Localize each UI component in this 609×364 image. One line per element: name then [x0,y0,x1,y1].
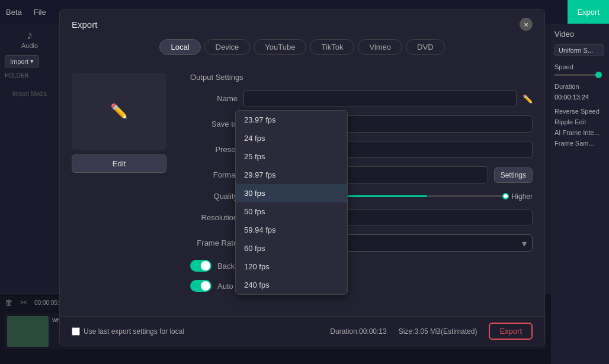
quality-thumb [502,193,509,199]
fps-option-60[interactable]: 60 fps [236,239,347,257]
last-settings-checkbox[interactable] [72,327,80,336]
modal-title-bar: Export × [60,9,544,39]
backup-toggle-thumb [201,261,210,270]
speed-thumb [595,72,602,78]
save-to-label: Save to [190,120,238,128]
tab-device[interactable]: Device [204,39,251,55]
size-info: Size:3.05 MB(Estimated) [399,327,477,336]
modal-bottom: Use last export settings for local Durat… [60,316,544,346]
tab-youtube[interactable]: YouTube [254,39,306,55]
name-row: Name ✏️ [190,90,533,107]
file-label: File [34,8,46,17]
audio-area: ♪ Audio [5,28,55,49]
modal-tabs: Local Device YouTube TikTok Vimeo DVD [60,39,544,63]
fps-option-25[interactable]: 25 fps [236,147,347,166]
fps-option-5994[interactable]: 59.94 fps [236,221,347,239]
delete-icon[interactable]: 🗑 [5,298,13,307]
checkbox-row: Use last export settings for local [72,327,184,336]
name-input[interactable] [243,90,517,107]
settings-button[interactable]: Settings [494,167,533,183]
video-thumbnail [7,316,49,347]
frame-sample-label: Frame Sam... [554,140,604,147]
import-button[interactable]: Import ▾ [5,55,39,67]
name-label: Name [190,94,238,103]
tab-vimeo[interactable]: Vimeo [358,39,402,55]
chevron-down-icon: ▾ [30,57,34,65]
quality-higher-label: Higher [512,192,533,201]
format-label: Format [190,170,238,179]
modal-title: Export [72,20,97,30]
duration-info: Duration:00:00:13 [330,327,386,336]
speed-label: Speed [554,63,604,70]
app-background: Beta File Export Video Uniform S... Spee… [0,0,609,364]
auto-highlight-toggle-thumb [201,281,210,291]
duration-value: 00:00:13:24 [554,94,604,101]
audio-text: Audio [21,42,38,49]
ai-frame-label: AI Frame Inte... [554,129,604,136]
pencil-icon: ✏️ [110,103,128,120]
fps-option-2397[interactable]: 23.97 fps [236,111,347,129]
fps-option-30[interactable]: 30 fps [236,184,347,202]
folder-label: FOLDER [5,72,55,79]
preview-panel: ✏️ Edit [72,73,178,307]
duration-label: Duration [554,83,604,90]
tab-dvd[interactable]: DVD [406,39,444,55]
uniform-badge: Uniform S... [554,44,604,56]
bottom-info: Duration:00:00:13 Size:3.05 MB(Estimated… [330,323,533,340]
fps-option-2997[interactable]: 29.97 fps [236,166,347,184]
right-panel: Video Uniform S... Speed Duration 00:00:… [550,24,609,364]
fps-option-120[interactable]: 120 fps [236,257,347,276]
fps-dropdown-popup: 23.97 fps 24 fps 25 fps 29.97 fps 30 fps… [235,110,348,295]
beta-label: Beta [6,8,22,17]
import-media-text: Import Media [5,91,55,97]
resolution-label: Resolution [190,213,238,222]
audio-icon: ♪ [27,28,33,42]
reverse-speed-label: Reverse Speed [554,108,604,115]
checkbox-label: Use last export settings for local [84,327,184,336]
edit-button[interactable]: Edit [72,154,166,173]
tab-tiktok[interactable]: TikTok [310,39,354,55]
split-icon[interactable]: ✂ [20,298,27,307]
preview-thumbnail: ✏️ [72,73,166,150]
close-button[interactable]: × [520,18,533,31]
fps-option-240[interactable]: 240 fps [236,276,347,294]
ai-icon[interactable]: ✏️ [523,94,533,104]
ripple-edit-label: Ripple Edit [554,118,604,125]
fps-option-24[interactable]: 24 fps [236,129,347,147]
time-display: 00:00:05:0 [34,299,62,306]
preset-label: Preset [190,145,238,154]
export-final-button[interactable]: Export [489,323,533,340]
fps-option-50[interactable]: 50 fps [236,202,347,221]
backup-toggle[interactable] [190,260,211,272]
speed-track [554,74,602,76]
frame-rate-label: Frame Rate [190,239,238,247]
right-panel-title: Video [554,30,604,38]
tab-local[interactable]: Local [159,39,200,55]
output-settings-title: Output Settings [190,73,533,82]
auto-highlight-toggle[interactable] [190,280,211,292]
export-modal: Export × Local Device YouTube TikTok Vim… [59,9,545,346]
quality-label: Quality [190,192,238,201]
export-top-button[interactable]: Export [568,0,609,24]
